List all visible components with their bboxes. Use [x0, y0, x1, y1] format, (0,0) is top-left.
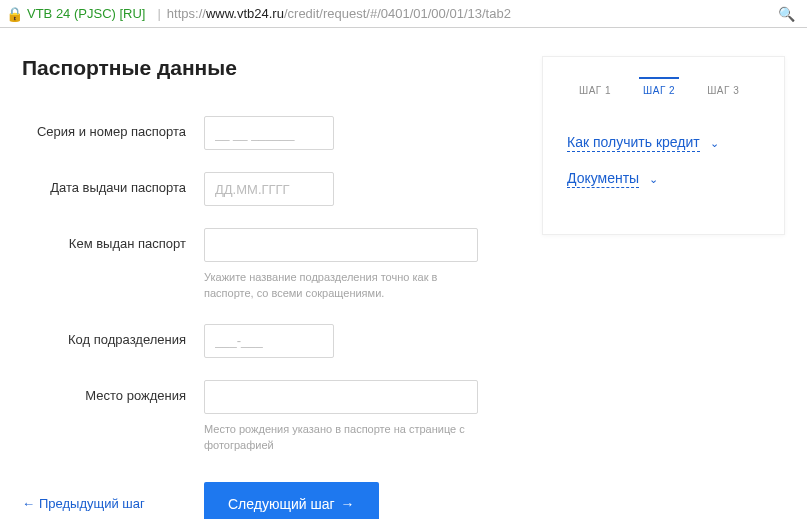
lock-icon: 🔒: [6, 6, 23, 22]
arrow-left-icon: ←: [22, 496, 35, 511]
field-issued-by: Кем выдан паспорт Укажите название подра…: [22, 228, 522, 302]
hint-issued-by: Укажите название подразделения точно как…: [204, 270, 484, 302]
url[interactable]: https://www.vtb24.ru/credit/request/#/04…: [167, 6, 511, 21]
label-passport-series: Серия и номер паспорта: [22, 116, 204, 139]
url-protocol: https://: [167, 6, 206, 21]
arrow-right-icon: →: [341, 496, 355, 512]
sidebar-link-docs[interactable]: Документы ⌄: [567, 170, 760, 188]
sidebar-column: ШАГ 1 ШАГ 2 ШАГ 3 Как получить кредит ⌄ …: [522, 56, 785, 519]
chevron-down-icon: ⌄: [710, 137, 719, 150]
input-passport-series[interactable]: [204, 116, 334, 150]
field-issue-date: Дата выдачи паспорта: [22, 172, 522, 206]
link-how-to-get-credit[interactable]: Как получить кредит: [567, 134, 700, 152]
field-passport-series: Серия и номер паспорта: [22, 116, 522, 150]
label-dept-code: Код подразделения: [22, 324, 204, 347]
field-dept-code: Код подразделения: [22, 324, 522, 358]
step-indicator: ШАГ 1 ШАГ 2 ШАГ 3: [567, 79, 760, 106]
url-host: www.vtb24.ru: [206, 6, 284, 21]
input-dept-code[interactable]: [204, 324, 334, 358]
address-divider: |: [157, 6, 160, 21]
prev-step-label: Предыдущий шаг: [39, 496, 145, 511]
browser-address-bar: 🔒 VTB 24 (PJSC) [RU] | https://www.vtb24…: [0, 0, 807, 28]
label-birthplace: Место рождения: [22, 380, 204, 403]
form-actions: ←Предыдущий шаг Следующий шаг→: [22, 482, 522, 519]
form-column: Паспортные данные Серия и номер паспорта…: [22, 56, 522, 519]
search-icon[interactable]: 🔍: [772, 6, 801, 22]
prev-step-link[interactable]: ←Предыдущий шаг: [22, 496, 204, 511]
sidebar-link-how[interactable]: Как получить кредит ⌄: [567, 134, 760, 152]
hint-birthplace: Место рождения указано в паспорте на стр…: [204, 422, 484, 454]
input-birthplace[interactable]: [204, 380, 478, 414]
page-title: Паспортные данные: [22, 56, 522, 80]
step-2[interactable]: ШАГ 2: [641, 79, 677, 106]
label-issue-date: Дата выдачи паспорта: [22, 172, 204, 195]
url-path: /credit/request/#/0401/01/00/01/13/tab2: [284, 6, 511, 21]
step-1[interactable]: ШАГ 1: [577, 79, 613, 106]
field-birthplace: Место рождения Место рождения указано в …: [22, 380, 522, 454]
next-step-button[interactable]: Следующий шаг→: [204, 482, 379, 519]
label-issued-by: Кем выдан паспорт: [22, 228, 204, 251]
sidebar-card: ШАГ 1 ШАГ 2 ШАГ 3 Как получить кредит ⌄ …: [542, 56, 785, 235]
input-issue-date[interactable]: [204, 172, 334, 206]
next-step-label: Следующий шаг: [228, 496, 335, 512]
ssl-cert-label: VTB 24 (PJSC) [RU]: [27, 6, 145, 21]
input-issued-by[interactable]: [204, 228, 478, 262]
chevron-down-icon: ⌄: [649, 173, 658, 186]
link-documents[interactable]: Документы: [567, 170, 639, 188]
step-3[interactable]: ШАГ 3: [705, 79, 741, 106]
